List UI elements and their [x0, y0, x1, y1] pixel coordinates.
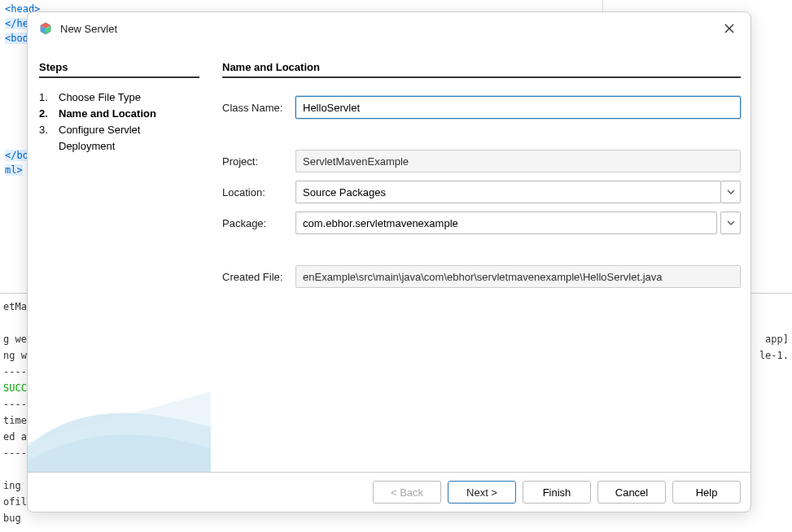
cancel-button[interactable]: Cancel [597, 481, 666, 504]
location-combo[interactable] [295, 181, 741, 203]
dialog-body: Steps 1.Choose File Type2.Name and Locat… [28, 45, 750, 472]
class-name-input[interactable] [295, 96, 741, 119]
class-name-label: Class Name: [222, 102, 295, 114]
step-label: Name and Location [59, 106, 199, 122]
location-row: Location: [222, 181, 741, 203]
next-button[interactable]: Next > [448, 481, 516, 504]
new-servlet-dialog: New Servlet Steps 1.Choose File Type2.Na… [27, 11, 751, 512]
close-icon [724, 24, 734, 33]
chevron-down-icon [727, 190, 735, 194]
step-number: 1. [39, 89, 59, 106]
class-name-row: Class Name: [222, 96, 741, 119]
package-dropdown-button[interactable] [720, 211, 741, 234]
main-panel: Name and Location Class Name: Project: L… [211, 45, 750, 472]
dialog-title: New Servlet [60, 23, 720, 35]
wizard-decoration [28, 366, 211, 472]
dialog-titlebar: New Servlet [28, 12, 750, 45]
help-button[interactable]: Help [672, 481, 741, 504]
created-file-label: Created File: [222, 271, 295, 283]
main-heading: Name and Location [222, 61, 741, 78]
package-input[interactable] [295, 211, 717, 234]
back-button: < Back [373, 481, 441, 504]
button-bar: < Back Next > Finish Cancel Help [28, 472, 750, 512]
location-label: Location: [222, 186, 295, 198]
project-label: Project: [222, 155, 295, 168]
app-logo-icon [39, 22, 52, 35]
close-button[interactable] [720, 19, 739, 38]
package-label: Package: [222, 217, 295, 229]
step-item: 2.Name and Location [39, 106, 199, 122]
created-file-row: Created File: [222, 265, 741, 288]
finish-button[interactable]: Finish [523, 481, 591, 504]
step-item: 3.Configure Servlet Deployment [39, 122, 199, 155]
project-input [295, 150, 741, 172]
steps-list: 1.Choose File Type2.Name and Location3.C… [39, 89, 199, 155]
package-row: Package: [222, 211, 741, 234]
location-input[interactable] [295, 181, 721, 203]
package-combo[interactable] [295, 211, 741, 234]
project-row: Project: [222, 150, 741, 172]
location-dropdown-button[interactable] [720, 181, 741, 203]
steps-panel: Steps 1.Choose File Type2.Name and Locat… [28, 45, 211, 472]
created-file-input [295, 265, 741, 288]
chevron-down-icon [727, 220, 735, 225]
step-number: 2. [39, 106, 59, 122]
step-label: Choose File Type [59, 89, 199, 106]
step-item: 1.Choose File Type [39, 89, 199, 106]
step-number: 3. [39, 122, 59, 155]
step-label: Configure Servlet Deployment [59, 122, 199, 155]
steps-heading: Steps [39, 61, 199, 78]
